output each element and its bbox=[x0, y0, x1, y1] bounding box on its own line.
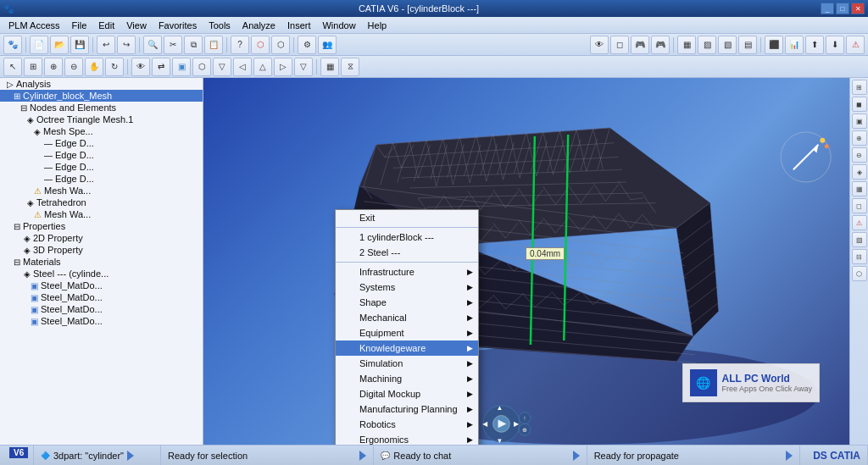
status-taskbar[interactable]: 🔷 3dpart: "cylinder" bbox=[34, 446, 161, 465]
tb-3d2[interactable]: 🎮 bbox=[651, 36, 670, 54]
tree-item-steel-cyl[interactable]: ◈ Steel --- (cylinde... bbox=[0, 268, 203, 280]
tb-render1[interactable]: ⬡ bbox=[251, 36, 270, 54]
tree-item-tetra[interactable]: ◈ Tetrahedron bbox=[0, 197, 203, 208]
tb-redo[interactable]: ↪ bbox=[117, 36, 136, 54]
tb-3d1[interactable]: 🎮 bbox=[631, 36, 649, 54]
tb-what-is[interactable]: ? bbox=[231, 36, 249, 54]
tb2-zoom-out[interactable]: ⊖ bbox=[64, 58, 83, 76]
ctx-exit[interactable]: Exit bbox=[336, 210, 478, 225]
tree-item-cylinder-mesh[interactable]: ⊞ Cylinder_block_Mesh bbox=[0, 90, 203, 102]
tree-item-3d-prop[interactable]: ◈ 3D Property bbox=[0, 244, 203, 256]
menu-file[interactable]: File bbox=[67, 19, 92, 31]
tb-report[interactable]: 📊 bbox=[785, 36, 804, 54]
tb-mesh4[interactable]: ▤ bbox=[738, 36, 757, 54]
viewport[interactable]: ▲ ▼ ◀ ▶ ↑ ⊕ 0.04mm Exit 1 cylinderBloc bbox=[203, 78, 849, 445]
ctx-steel[interactable]: 2 Steel --- bbox=[336, 245, 478, 260]
close-button[interactable]: ✕ bbox=[851, 3, 865, 14]
tb-undo[interactable]: ↩ bbox=[97, 36, 115, 54]
rp-btn1[interactable]: ⊞ bbox=[852, 80, 867, 95]
tree-item-edge1[interactable]: — Edge D... bbox=[0, 137, 203, 149]
maximize-button[interactable]: □ bbox=[836, 3, 849, 14]
tb-view2[interactable]: ◻ bbox=[610, 36, 629, 54]
tree-item-materials[interactable]: ⊟ Materials bbox=[0, 256, 203, 268]
rp-btn11[interactable]: ⊟ bbox=[852, 249, 867, 264]
tb2-front[interactable]: ▷ bbox=[274, 58, 292, 76]
tb-search[interactable]: 🔍 bbox=[143, 36, 162, 54]
tb-warning[interactable]: ⚠ bbox=[846, 36, 865, 54]
ctx-knowledgeware[interactable]: Knowledgeware ▶ bbox=[336, 340, 478, 356]
tb2-select[interactable]: ↖ bbox=[3, 58, 22, 76]
tree-item-steel-mat1[interactable]: ▣ Steel_MatDo... bbox=[0, 280, 203, 291]
rp-btn6[interactable]: ◈ bbox=[852, 164, 867, 180]
tree-item-mesh-spe[interactable]: ◈ Mesh Spe... bbox=[0, 125, 203, 137]
ctx-systems[interactable]: Systems ▶ bbox=[336, 280, 478, 295]
tb-export1[interactable]: ⬆ bbox=[805, 36, 824, 54]
tb-cut[interactable]: ✂ bbox=[164, 36, 182, 54]
minimize-button[interactable]: _ bbox=[821, 3, 834, 14]
tb-mesh1[interactable]: ▦ bbox=[677, 36, 696, 54]
menu-window[interactable]: Window bbox=[317, 19, 360, 31]
menu-tools[interactable]: Tools bbox=[203, 19, 236, 31]
tree-item-analysis[interactable]: ▷ Analysis bbox=[0, 78, 203, 90]
menu-view[interactable]: View bbox=[121, 19, 152, 31]
ctx-machining[interactable]: Machining ▶ bbox=[336, 371, 478, 386]
menu-edit[interactable]: Edit bbox=[93, 19, 120, 31]
tree-item-properties[interactable]: ⊟ Properties bbox=[0, 220, 203, 232]
tb2-pan[interactable]: ✋ bbox=[85, 58, 103, 76]
ctx-equipment[interactable]: Equipment ▶ bbox=[336, 325, 478, 340]
tb-export2[interactable]: ⬇ bbox=[826, 36, 844, 54]
tree-item-edge4[interactable]: — Edge D... bbox=[0, 173, 203, 185]
tb-paste[interactable]: 📋 bbox=[204, 36, 223, 54]
tb-save[interactable]: 💾 bbox=[70, 36, 89, 54]
ctx-manufacturing-planning[interactable]: Manufacturing Planning ▶ bbox=[336, 401, 478, 417]
tb-mesh2[interactable]: ▨ bbox=[698, 36, 716, 54]
rp-btn8[interactable]: ◻ bbox=[852, 198, 867, 213]
tree-item-steel-mat2[interactable]: ▣ Steel_MatDo... bbox=[0, 291, 203, 303]
ctx-ergonomics[interactable]: Ergonomics ▶ bbox=[336, 432, 478, 445]
menu-favorites[interactable]: Favorites bbox=[153, 19, 202, 31]
tb2-right[interactable]: ▽ bbox=[294, 58, 313, 76]
ctx-shape[interactable]: Shape ▶ bbox=[336, 295, 478, 310]
tb-mesh3[interactable]: ▧ bbox=[718, 36, 737, 54]
tb2-zoom-in[interactable]: ⊕ bbox=[44, 58, 63, 76]
tb2-hide-show[interactable]: 👁 bbox=[131, 58, 150, 76]
ctx-digital-mockup[interactable]: Digital Mockup ▶ bbox=[336, 386, 478, 401]
rp-btn4[interactable]: ⊕ bbox=[852, 130, 867, 146]
tb2-shading[interactable]: ▣ bbox=[172, 58, 191, 76]
tb-copy[interactable]: ⧉ bbox=[184, 36, 203, 54]
tb2-multiselect[interactable]: ▦ bbox=[320, 58, 339, 76]
rp-btn10[interactable]: ▧ bbox=[852, 232, 867, 247]
tb2-top[interactable]: △ bbox=[253, 58, 272, 76]
tree-item-steel-mat4[interactable]: ▣ Steel_MatDo... bbox=[0, 315, 203, 327]
ctx-cylinder-block[interactable]: 1 cylinderBlock --- bbox=[336, 230, 478, 245]
tb-view1[interactable]: 👁 bbox=[590, 36, 609, 54]
tb2-rotate[interactable]: ↻ bbox=[105, 58, 124, 76]
rp-btn7[interactable]: ▦ bbox=[852, 181, 867, 197]
rp-btn2[interactable]: ◼ bbox=[852, 97, 867, 112]
tree-item-edge2[interactable]: — Edge D... bbox=[0, 149, 203, 161]
tb-collab[interactable]: 👥 bbox=[318, 36, 337, 54]
tree-item-mesh-wa2[interactable]: ⚠ Mesh Wa... bbox=[0, 208, 203, 220]
tree-item-octree[interactable]: ◈ Octree Triangle Mesh.1 bbox=[0, 113, 203, 125]
tb-plm-icon[interactable]: 🐾 bbox=[3, 36, 22, 54]
menu-analyze[interactable]: Analyze bbox=[237, 19, 281, 31]
ctx-simulation[interactable]: Simulation ▶ bbox=[336, 356, 478, 371]
tb2-wireframe[interactable]: ⬡ bbox=[192, 58, 211, 76]
tree-item-2d-prop[interactable]: ◈ 2D Property bbox=[0, 232, 203, 244]
tree-item-steel-mat3[interactable]: ▣ Steel_MatDo... bbox=[0, 303, 203, 315]
tb2-zoom-fit[interactable]: ⊞ bbox=[24, 58, 42, 76]
ctx-robotics[interactable]: Robotics ▶ bbox=[336, 417, 478, 432]
tb-render2[interactable]: ⬡ bbox=[271, 36, 290, 54]
menu-help[interactable]: Help bbox=[363, 19, 392, 31]
rp-btn12[interactable]: ⬡ bbox=[852, 266, 867, 281]
menu-insert[interactable]: Insert bbox=[282, 19, 316, 31]
tb2-filter[interactable]: ⧖ bbox=[341, 58, 359, 76]
ctx-mechanical[interactable]: Mechanical ▶ bbox=[336, 310, 478, 325]
rp-btn9[interactable]: ⚠ bbox=[852, 215, 867, 230]
tb2-edges[interactable]: ▽ bbox=[213, 58, 231, 76]
menu-plm-access[interactable]: PLM Access bbox=[3, 19, 65, 31]
rp-btn5[interactable]: ⊖ bbox=[852, 147, 867, 163]
tb-settings[interactable]: ⚙ bbox=[298, 36, 316, 54]
tb2-iso[interactable]: ◁ bbox=[233, 58, 252, 76]
tb-new[interactable]: 📄 bbox=[30, 36, 48, 54]
